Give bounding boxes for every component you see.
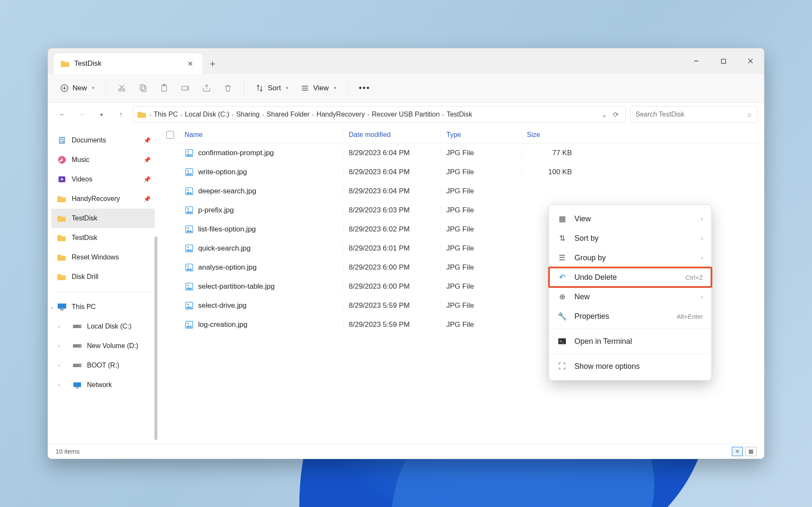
sidebar-item-label: This PC: [72, 303, 96, 311]
share-icon: [202, 84, 211, 93]
column-size[interactable]: Size: [521, 131, 579, 139]
ctx-undo-delete[interactable]: ↶Undo DeleteCtrl+Z: [549, 267, 711, 287]
svg-point-35: [80, 365, 81, 366]
svg-rect-2: [721, 59, 725, 63]
recent-button[interactable]: ▾: [94, 107, 109, 122]
chevron-down-icon[interactable]: ⌄: [50, 304, 54, 310]
file-row[interactable]: confirmation-prompt.jpg8/29/2023 6:04 PM…: [158, 143, 764, 162]
chevron-right-icon[interactable]: ›: [58, 382, 60, 388]
sort-button[interactable]: Sort▾: [251, 81, 293, 95]
sidebar-item-reset-windows[interactable]: Reset Windows: [48, 248, 158, 267]
svg-point-31: [80, 326, 81, 327]
rename-button[interactable]: [176, 81, 194, 95]
sidebar-item-label: Disk Drill: [72, 273, 98, 281]
search-input[interactable]: [636, 111, 743, 118]
column-date[interactable]: Date modified: [343, 131, 441, 139]
cut-button[interactable]: [113, 81, 131, 95]
folder-icon: [137, 111, 147, 118]
view-icon: [300, 84, 310, 93]
delete-button[interactable]: [219, 81, 237, 95]
search-box[interactable]: ⌕: [630, 106, 757, 123]
svg-rect-37: [76, 387, 79, 388]
sidebar-item-network[interactable]: ›Network: [48, 375, 158, 395]
breadcrumb-item[interactable]: HandyRecovery: [316, 111, 365, 118]
image-file-icon: [185, 301, 194, 310]
breadcrumb-item[interactable]: This PC: [154, 111, 178, 118]
forward-button[interactable]: →: [74, 107, 90, 122]
paste-button[interactable]: [155, 81, 173, 95]
delete-icon: [223, 84, 232, 93]
file-type: JPG File: [441, 244, 521, 253]
new-tab-button[interactable]: ＋: [202, 53, 223, 74]
copy-button[interactable]: [134, 81, 152, 95]
sidebar-item-documents[interactable]: Documents📌: [48, 131, 158, 150]
breadcrumb[interactable]: › This PC› Local Disk (C:)› Sharing› Sha…: [133, 106, 626, 123]
ctx-new[interactable]: ⊕New›: [549, 287, 711, 306]
sidebar-item-handyrecovery[interactable]: HandyRecovery📌: [48, 189, 158, 209]
breadcrumb-item[interactable]: TestDisk: [447, 111, 472, 118]
share-button[interactable]: [198, 81, 216, 95]
expand-icon: ⛶: [557, 362, 567, 371]
sidebar-item-testdisk[interactable]: TestDisk: [48, 228, 158, 248]
file-name: log-creation.jpg: [198, 320, 247, 329]
sidebar-item-this-pc[interactable]: ⌄ This PC: [48, 297, 158, 317]
file-name: quick-search.jpg: [198, 244, 251, 253]
sidebar-item-testdisk[interactable]: TestDisk: [51, 209, 155, 228]
tab-close-icon[interactable]: ✕: [185, 58, 196, 70]
chevron-right-icon[interactable]: ›: [58, 323, 60, 329]
sidebar-item-new-volume-d-[interactable]: ›New Volume (D:): [48, 336, 158, 356]
file-date: 8/29/2023 6:01 PM: [343, 244, 441, 253]
svg-point-43: [187, 189, 189, 191]
file-row[interactable]: write-option.jpg8/29/2023 6:04 PMJPG Fil…: [158, 162, 764, 181]
ctx-view[interactable]: ▦View›: [549, 209, 711, 228]
refresh-icon[interactable]: ⟳: [613, 111, 619, 119]
svg-point-51: [187, 265, 189, 267]
thumbnails-view-toggle[interactable]: ▦: [745, 447, 756, 456]
sidebar-item-local-disk-c-[interactable]: ›Local Disk (C:): [48, 317, 158, 336]
maximize-button[interactable]: [710, 48, 737, 74]
sidebar-scrollbar[interactable]: [154, 237, 157, 440]
breadcrumb-item[interactable]: Sharing: [236, 111, 260, 118]
chevron-right-icon[interactable]: ›: [58, 362, 60, 368]
command-bar: New▾ Sort▾ View▾ •••: [48, 74, 764, 103]
ctx-open-terminal[interactable]: >_Open in Terminal: [549, 332, 711, 351]
status-item-count: 10 items: [56, 448, 80, 455]
chevron-right-icon[interactable]: ›: [58, 343, 60, 349]
view-button[interactable]: View▾: [296, 81, 341, 95]
ctx-show-more[interactable]: ⛶Show more options: [549, 357, 711, 376]
breadcrumb-item[interactable]: Local Disk (C:): [185, 111, 230, 118]
select-all-checkbox[interactable]: [166, 131, 174, 139]
ctx-properties[interactable]: 🔧PropertiesAlt+Enter: [549, 306, 711, 326]
column-name[interactable]: Name: [182, 131, 343, 139]
new-button[interactable]: New▾: [56, 81, 99, 95]
sidebar-item-music[interactable]: Music📌: [48, 150, 158, 170]
image-file-icon: [185, 320, 194, 329]
file-type: JPG File: [441, 282, 521, 291]
breadcrumb-item[interactable]: Shared Folder: [266, 111, 309, 118]
up-button[interactable]: ↑: [113, 107, 129, 122]
wrench-icon: 🔧: [557, 312, 567, 321]
sidebar-item-disk-drill[interactable]: Disk Drill: [48, 267, 158, 287]
file-date: 8/29/2023 6:00 PM: [343, 263, 441, 272]
close-button[interactable]: [737, 48, 764, 74]
sidebar-item-label: BOOT (R:): [87, 362, 119, 369]
svg-rect-28: [58, 304, 66, 309]
sidebar-item-videos[interactable]: Videos📌: [48, 170, 158, 189]
ctx-group-by[interactable]: ☰Group by›: [549, 248, 711, 267]
file-row[interactable]: deeper-search.jpg8/29/2023 6:04 PMJPG Fi…: [158, 181, 764, 201]
breadcrumb-item[interactable]: Recover USB Partition: [372, 111, 440, 118]
minimize-button[interactable]: [683, 48, 710, 74]
history-dropdown-icon[interactable]: ⌄: [602, 111, 607, 119]
sidebar-item-boot-r-[interactable]: ›BOOT (R:): [48, 356, 158, 375]
file-type: JPG File: [441, 301, 521, 310]
paste-icon: [160, 84, 169, 93]
file-date: 8/29/2023 6:04 PM: [343, 187, 441, 195]
details-view-toggle[interactable]: ≡: [732, 447, 743, 456]
active-tab[interactable]: TestDisk ✕: [54, 53, 202, 74]
chevron-right-icon: ›: [701, 293, 703, 300]
more-button[interactable]: •••: [355, 81, 375, 95]
column-type[interactable]: Type: [441, 131, 521, 139]
ctx-sort-by[interactable]: ⇅Sort by›: [549, 228, 711, 248]
back-button[interactable]: ←: [55, 107, 70, 122]
file-type: JPG File: [441, 149, 521, 157]
